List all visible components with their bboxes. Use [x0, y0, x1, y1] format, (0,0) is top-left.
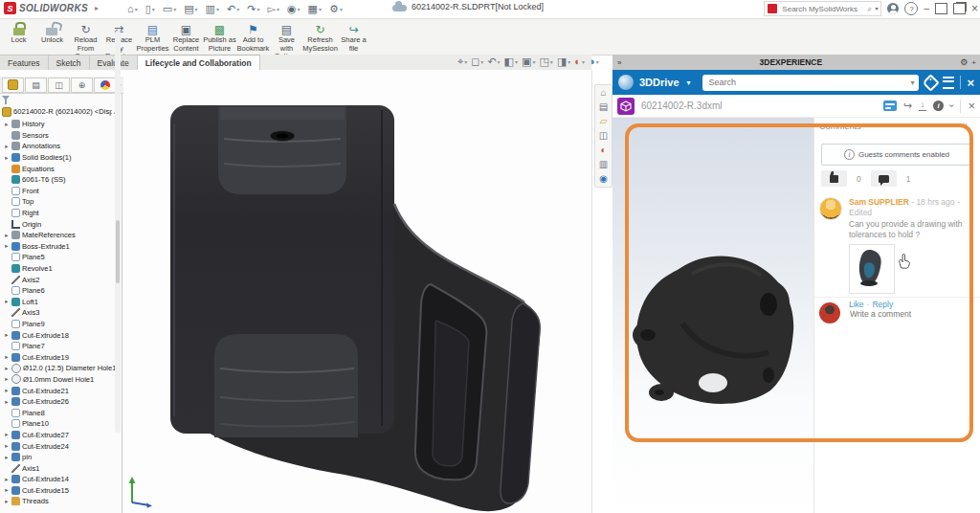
feature-tree-item[interactable]: ▸ Cut-Extrude24	[4, 440, 119, 452]
expand-arrow-icon[interactable]: ▸	[4, 498, 10, 505]
expand-arrow-icon[interactable]: ▸	[4, 232, 10, 239]
feature-tree-item[interactable]: ▸ Annotations	[4, 141, 119, 152]
comment-attachment-thumbnail[interactable]	[849, 244, 895, 294]
lock[interactable]: Lock ▾	[2, 21, 35, 52]
zoom-to-fit-icon[interactable]: ⌖ ▾	[457, 56, 467, 67]
comment-chip[interactable]	[871, 170, 897, 187]
undo-icon[interactable]: ↶ ▾	[224, 2, 242, 16]
share-icon[interactable]: ↪	[903, 100, 912, 111]
zoom-to-area-icon[interactable]: ◻ ▾	[471, 56, 483, 67]
display-pane-icon[interactable]: ▦ ▾	[305, 2, 324, 16]
expand-arrow-icon[interactable]: ▸	[4, 387, 10, 394]
expand-arrow-icon[interactable]: ▸	[4, 442, 10, 450]
like-chip[interactable]	[821, 170, 847, 187]
redo-icon[interactable]: ↷ ▾	[244, 2, 262, 16]
feature-tree-item[interactable]: ▸ Axis2	[4, 274, 119, 285]
help-icon[interactable]: ?	[904, 2, 918, 15]
feature-tree-item[interactable]: ▸ 6061-T6 (SS)	[4, 174, 119, 186]
expand-arrow-icon[interactable]: ▸	[4, 454, 10, 461]
feature-tree-item[interactable]: ▸ Plane8	[4, 407, 119, 418]
feature-tree-item[interactable]: ▸ Front	[4, 186, 119, 197]
tree-root-item[interactable]: 60214002-R (60214002) <Display St ▴	[2, 106, 119, 118]
feature-tree-item[interactable]: ▸ Axis3	[4, 307, 119, 319]
home-icon[interactable]: ⌂ ▾	[124, 2, 141, 16]
add-to-bookmark[interactable]: ⚑ Add to Bookmark ▾	[236, 21, 270, 59]
expand-arrow-icon[interactable]: ▸	[4, 298, 10, 305]
section-view-icon[interactable]: ◧ ▾	[504, 56, 518, 67]
expand-arrow-icon[interactable]: ▸	[4, 365, 10, 372]
feature-tree-item[interactable]: ▸ Right	[4, 208, 119, 219]
commenter-avatar[interactable]	[819, 197, 842, 220]
user-account-icon[interactable]	[887, 3, 899, 14]
restore-button[interactable]	[953, 3, 966, 14]
edit-appearance-icon[interactable]: ◐ ▾	[574, 56, 585, 67]
command-tab[interactable]: Lifecycle and Collaboration	[138, 55, 260, 70]
search-dropdown-icon[interactable]: ▾	[875, 6, 878, 11]
panel-pin-icon[interactable]: +	[971, 58, 976, 67]
feature-tree-item[interactable]: ▸ Boss-Extrude1	[4, 241, 119, 253]
preview-3d-part[interactable]	[625, 247, 816, 429]
save-icon[interactable]: ▤ ▾	[181, 2, 200, 16]
unlock[interactable]: Unlock ▾	[35, 21, 69, 52]
open-document-icon[interactable]: ▭ ▾	[160, 2, 179, 16]
info-icon[interactable]: i	[933, 100, 944, 111]
feature-tree-item[interactable]: ▸ Plane7	[4, 341, 119, 352]
comments-icon[interactable]	[883, 100, 897, 111]
view-orientation-icon[interactable]: ▣ ▾	[522, 56, 535, 67]
feature-tree-item[interactable]: ▸ Solid Bodies(1)	[4, 152, 119, 164]
command-tab[interactable]: Evaluate	[90, 55, 138, 70]
brand-caret-icon[interactable]: ▸	[95, 4, 99, 12]
tags-icon[interactable]	[923, 74, 940, 91]
eyedropper-icon[interactable]: ◉ ▾	[284, 2, 303, 16]
feature-tree-item[interactable]: ▸ Cut-Extrude27	[4, 430, 119, 441]
download-icon[interactable]: ↓	[919, 100, 926, 111]
current-user-avatar[interactable]	[819, 302, 840, 323]
feature-tree-item[interactable]: ▸ Origin	[4, 218, 119, 230]
feature-tree-item[interactable]: ▸ pin	[4, 452, 119, 463]
feature-tree-item[interactable]: ▸ Axis1	[4, 462, 119, 474]
expand-arrow-icon[interactable]: ▸	[4, 353, 10, 361]
feature-tree-item[interactable]: ▸ Equations	[4, 163, 119, 174]
feature-tree-item[interactable]: ▸ Cut-Extrude18	[4, 329, 119, 341]
options-gear-icon[interactable]: ⚙ ▾	[326, 2, 345, 16]
configuration-manager-tab[interactable]: ◫	[48, 78, 70, 93]
menu-hamburger-icon[interactable]	[943, 77, 954, 89]
comments-close-icon[interactable]: ×	[963, 121, 968, 130]
refresh-mysession[interactable]: ↻ Refresh MySession ▾	[303, 21, 337, 59]
feature-tree-item[interactable]: ▸ Sensors	[4, 130, 119, 142]
feature-tree-item[interactable]: ▸ Ø12.0 (12.5) Diameter Hole1	[4, 363, 119, 374]
expand-arrow-icon[interactable]: ▸	[4, 143, 10, 150]
task-custom-properties-icon[interactable]: ▥	[599, 159, 608, 170]
mysolidworks-search[interactable]: ⌕ ▾	[764, 1, 881, 16]
mysolidworks-search-input[interactable]	[780, 4, 864, 14]
expand-arrow-icon[interactable]: ▸	[4, 154, 10, 162]
publish-as-picture[interactable]: ▩ Publish as Picture ▾	[203, 21, 236, 59]
panel-search[interactable]: ▾	[702, 75, 920, 91]
comment-input[interactable]	[848, 308, 967, 320]
app-name[interactable]: 3DDrive	[639, 77, 679, 88]
expand-arrow-icon[interactable]: ▸	[4, 431, 10, 438]
feature-tree-item[interactable]: ▸ Revolve1	[4, 263, 119, 275]
feature-tree-item[interactable]: ▸ Cut-Extrude15	[4, 485, 119, 497]
feature-tree-item[interactable]: ▸ Top	[4, 196, 119, 208]
collapse-chevron-icon[interactable]: ›	[947, 104, 957, 107]
property-manager-tab[interactable]: ▤	[25, 78, 47, 93]
feature-tree-item[interactable]: ▸ Cut-Extrude26	[4, 396, 119, 408]
task-file-explorer-icon[interactable]: ▱	[600, 116, 608, 127]
share-a-file[interactable]: ↪ Share a file ▾	[337, 21, 370, 59]
search-scope-dropdown-icon[interactable]: ▾	[910, 78, 914, 87]
feature-tree-item[interactable]: ▸ Cut-Extrude21	[4, 385, 119, 396]
command-tab[interactable]: Features	[0, 55, 49, 70]
feature-tree-item[interactable]: ▸ Plane5	[4, 252, 119, 263]
expand-arrow-icon[interactable]: ▸	[4, 331, 10, 339]
expand-arrow-icon[interactable]: ▸	[4, 486, 10, 494]
minimize-button[interactable]: –	[924, 4, 929, 13]
task-appearances-icon[interactable]: ◐	[600, 145, 606, 156]
feature-tree-item[interactable]: ▸ Ø1.0mm Dowel Hole1	[4, 374, 119, 386]
command-tab[interactable]: Sketch	[49, 55, 90, 70]
task-home-icon[interactable]: ⌂	[600, 87, 606, 99]
panel-settings-gear-icon[interactable]: ⚙	[960, 57, 968, 67]
3dexperience-compass-icon[interactable]	[618, 75, 634, 90]
hide-show-items-icon[interactable]: ◨ ▾	[557, 56, 570, 67]
comment-author[interactable]: Sam SUPPLIER	[849, 197, 909, 207]
